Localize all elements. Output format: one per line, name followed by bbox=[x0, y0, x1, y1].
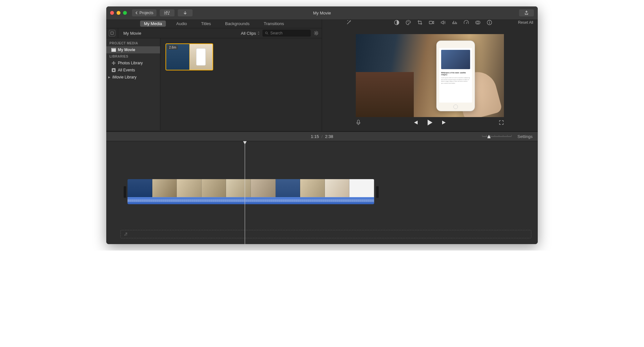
speedometer-icon bbox=[463, 20, 469, 25]
sidebar-item-imovie-library[interactable]: ▶ iMovie Library bbox=[106, 74, 160, 81]
browser-settings-button[interactable] bbox=[313, 30, 319, 36]
zoom-slider[interactable] bbox=[482, 136, 512, 137]
half-circle-icon bbox=[394, 20, 400, 25]
chevron-left-icon bbox=[135, 11, 138, 14]
maximize-window-button[interactable] bbox=[123, 11, 127, 15]
clips-filter-dropdown[interactable]: All Clips bbox=[241, 31, 260, 36]
titlebar: Projects My Movie bbox=[106, 6, 538, 19]
updown-arrows-icon bbox=[257, 31, 260, 35]
clip-skimmer[interactable] bbox=[189, 44, 190, 70]
filter-label: All Clips bbox=[241, 31, 256, 36]
previous-frame-button[interactable] bbox=[412, 120, 418, 125]
enhance-button[interactable] bbox=[346, 20, 352, 25]
svg-point-21 bbox=[489, 21, 490, 22]
microphone-icon bbox=[356, 120, 361, 125]
clip-frame bbox=[325, 179, 350, 197]
projects-back-button[interactable]: Projects bbox=[132, 9, 156, 16]
preview-viewer[interactable]: Wallpapers of the week: satellite imager… bbox=[356, 34, 504, 117]
traffic-lights bbox=[110, 11, 127, 15]
svg-rect-6 bbox=[111, 49, 116, 52]
equalizer-icon bbox=[452, 20, 458, 25]
play-icon bbox=[427, 119, 433, 126]
voiceover-button[interactable] bbox=[356, 120, 361, 125]
clip-frame bbox=[152, 179, 177, 197]
sidebar-item-all-events[interactable]: All Events bbox=[106, 67, 160, 74]
library-view-button[interactable] bbox=[160, 9, 175, 16]
stabilization-button[interactable] bbox=[429, 20, 434, 25]
adjustment-toolbar: Reset All bbox=[322, 19, 538, 26]
magic-wand-icon bbox=[346, 20, 352, 25]
sidebar-project-label: My Movie bbox=[118, 48, 135, 52]
color-balance-button[interactable] bbox=[394, 20, 400, 25]
sidebar-item-label: Photos Library bbox=[118, 61, 143, 65]
clip-audio-waveform[interactable] bbox=[128, 197, 374, 204]
next-frame-button[interactable] bbox=[441, 120, 447, 125]
timeline-settings-button[interactable]: Settings bbox=[517, 134, 533, 139]
crop-button[interactable] bbox=[417, 20, 423, 25]
tab-titles[interactable]: Titles bbox=[197, 21, 215, 27]
viewer-phone-text: Lorem ipsum dolor sit amet consectetur a… bbox=[439, 76, 472, 85]
search-icon bbox=[265, 31, 269, 35]
fullscreen-button[interactable] bbox=[499, 120, 504, 125]
clip-frame bbox=[300, 179, 325, 197]
noise-reduction-button[interactable] bbox=[452, 20, 458, 25]
gear-icon bbox=[313, 30, 319, 36]
tab-transitions[interactable]: Transitions bbox=[260, 21, 288, 27]
clip-trim-handle-right[interactable] bbox=[376, 186, 379, 198]
speed-button[interactable] bbox=[463, 20, 469, 25]
clip-filter-button[interactable] bbox=[475, 20, 481, 25]
reset-all-button[interactable]: Reset All bbox=[518, 20, 533, 25]
search-input[interactable] bbox=[270, 31, 308, 35]
import-button[interactable] bbox=[178, 9, 193, 16]
background-music-track[interactable] bbox=[120, 230, 531, 238]
list-view-toggle[interactable] bbox=[109, 30, 115, 36]
sidebar-item-project[interactable]: My Movie bbox=[106, 46, 160, 53]
app-window: Projects My Movie My Media Audio Titles … bbox=[106, 6, 538, 244]
minimize-window-button[interactable] bbox=[117, 11, 120, 15]
disclosure-triangle-icon[interactable]: ▶ bbox=[108, 76, 110, 79]
color-correction-button[interactable] bbox=[405, 20, 411, 25]
camera-icon bbox=[429, 20, 434, 25]
clip-frame bbox=[276, 179, 300, 197]
volume-button[interactable] bbox=[440, 20, 446, 25]
play-button[interactable] bbox=[427, 119, 433, 126]
timeline[interactable] bbox=[106, 141, 538, 244]
browser-header: My Movie All Clips bbox=[106, 28, 322, 38]
svg-point-14 bbox=[407, 22, 408, 22]
svg-point-5 bbox=[315, 32, 317, 34]
crop-icon bbox=[417, 20, 423, 25]
info-button[interactable] bbox=[487, 20, 492, 25]
palette-icon bbox=[405, 20, 411, 25]
tab-audio[interactable]: Audio bbox=[172, 21, 191, 27]
timeline-header: 1:15 / 2:38 Settings bbox=[106, 132, 538, 141]
sidebar-item-label: iMovie Library bbox=[112, 75, 137, 79]
clip-frame bbox=[177, 179, 202, 197]
square-icon bbox=[110, 32, 114, 35]
browser-title: My Movie bbox=[123, 31, 141, 36]
media-clip-thumbnail[interactable]: 2.6m bbox=[166, 43, 213, 70]
timeline-clip[interactable] bbox=[128, 179, 374, 204]
media-browser[interactable]: 2.6m bbox=[160, 38, 322, 130]
star-icon bbox=[111, 68, 116, 72]
tab-my-media[interactable]: My Media bbox=[140, 21, 166, 27]
search-box[interactable] bbox=[262, 30, 311, 37]
expand-icon bbox=[499, 120, 504, 125]
current-time: 1:15 bbox=[311, 134, 319, 139]
download-arrow-icon bbox=[183, 11, 187, 15]
svg-point-9 bbox=[113, 64, 114, 65]
timeline-playhead[interactable] bbox=[245, 141, 245, 244]
svg-rect-2 bbox=[164, 13, 166, 15]
total-time: 2:38 bbox=[325, 134, 333, 139]
clip-trim-handle-left[interactable] bbox=[124, 186, 126, 198]
svg-point-16 bbox=[409, 22, 410, 22]
window-title: My Movie bbox=[313, 11, 331, 15]
time-display: 1:15 / 2:38 bbox=[311, 134, 333, 139]
grid-icon bbox=[164, 11, 170, 15]
close-window-button[interactable] bbox=[110, 11, 114, 15]
tab-backgrounds[interactable]: Backgrounds bbox=[221, 21, 253, 27]
overlap-circles-icon bbox=[475, 20, 481, 25]
sidebar: PROJECT MEDIA My Movie LIBRARIES Photos … bbox=[106, 38, 160, 130]
info-icon bbox=[487, 20, 492, 25]
share-button[interactable] bbox=[519, 9, 534, 16]
sidebar-item-photos-library[interactable]: Photos Library bbox=[106, 59, 160, 67]
